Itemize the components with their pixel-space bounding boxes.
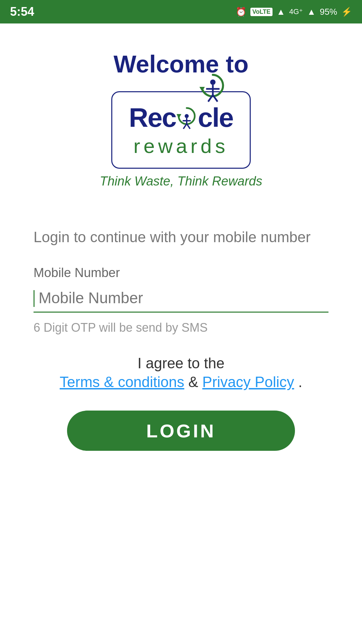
login-button[interactable]: LOGIN	[67, 411, 295, 451]
form-section: Login to continue with your mobile numbe…	[27, 229, 335, 451]
privacy-link[interactable]: Privacy Policy	[202, 374, 294, 390]
main-content: Welcome to Rec	[0, 23, 362, 644]
otp-hint: 6 Digit OTP will be send by SMS	[34, 321, 328, 335]
logo-tagline: Think Waste, Think Rewards	[100, 174, 262, 189]
network-icon: 4G⁺	[289, 7, 303, 16]
status-bar: 5:54 ⏰ VoLTE ▲ 4G⁺ ▲ 95% ⚡	[0, 0, 362, 23]
signal2-icon: ▲	[307, 7, 316, 17]
mobile-input[interactable]	[39, 285, 328, 312]
input-cursor	[34, 290, 35, 307]
battery-icon: ⚡	[341, 7, 352, 17]
svg-point-1	[210, 79, 216, 85]
status-icons: ⏰ VoLTE ▲ 4G⁺ ▲ 95% ⚡	[236, 7, 352, 17]
mobile-input-wrapper[interactable]	[34, 285, 328, 313]
svg-marker-6	[177, 114, 181, 119]
logo-box: Rec cle rewards	[111, 91, 251, 169]
alarm-icon: ⏰	[236, 7, 246, 17]
terms-link[interactable]: Terms & conditions	[60, 374, 184, 390]
logo-container: Rec cle rewards Think Waste, Think Rewar…	[100, 91, 262, 189]
agree-separator: &	[188, 374, 202, 390]
signal-icon: ▲	[277, 7, 285, 17]
logo-recycle-icon	[176, 105, 198, 130]
svg-point-7	[185, 114, 189, 118]
logo-rewards: rewards	[133, 135, 228, 158]
agree-links: Terms & conditions & Privacy Policy .	[60, 374, 302, 390]
agreement-section: I agree to the Terms & conditions & Priv…	[34, 355, 328, 390]
volte-badge: VoLTE	[250, 8, 273, 16]
logo-rec: Rec	[129, 102, 176, 133]
status-time: 5:54	[10, 5, 34, 19]
login-subtitle: Login to continue with your mobile numbe…	[34, 229, 328, 246]
agree-prefix: I agree to the	[34, 355, 328, 372]
agree-suffix: .	[298, 374, 302, 390]
recycle-figure	[196, 72, 230, 110]
mobile-field-label: Mobile Number	[34, 266, 328, 280]
battery-level: 95%	[320, 7, 337, 17]
